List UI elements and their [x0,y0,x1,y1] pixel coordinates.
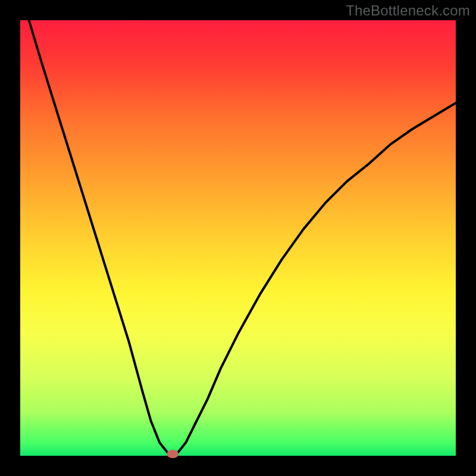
chart-frame: TheBottleneck.com [0,0,476,476]
watermark-text: TheBottleneck.com [346,2,470,19]
curve-svg [20,20,456,456]
bottleneck-curve [29,20,456,456]
min-marker-dot [167,450,178,458]
plot-area [20,20,456,456]
